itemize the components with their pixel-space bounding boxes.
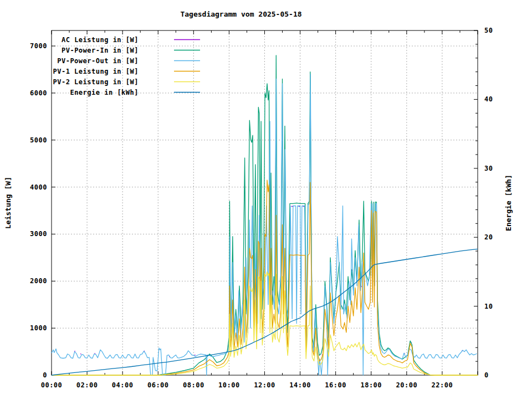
x-tick-label: 14:00 bbox=[289, 381, 311, 389]
x-tick-label: 10:00 bbox=[218, 381, 240, 389]
legend-label: PV-Power-Out in [W] bbox=[57, 57, 139, 65]
y-right-tick-label: 10 bbox=[484, 303, 493, 310]
y-right-tick-label: 50 bbox=[484, 27, 493, 34]
legend-label: PV-1 Leistung in [W] bbox=[53, 68, 139, 75]
y-left-tick-label: 5000 bbox=[30, 136, 47, 144]
y-right-tick-label: 20 bbox=[484, 233, 493, 241]
x-tick-label: 06:00 bbox=[147, 381, 169, 389]
x-tick-label: 18:00 bbox=[360, 381, 382, 389]
series-ac-leistung-in-w- bbox=[95, 354, 96, 354]
y-left-tick-label: 6000 bbox=[30, 89, 47, 97]
x-tick-label: 00:00 bbox=[41, 381, 63, 389]
y-right-tick-label: 40 bbox=[484, 95, 493, 103]
x-tick-label: 02:00 bbox=[76, 381, 98, 389]
x-tick-label: 16:00 bbox=[325, 381, 346, 389]
y-left-tick-label: 0 bbox=[43, 371, 47, 379]
legend-label: PV-Power-In in [W] bbox=[62, 47, 139, 54]
y-left-tick-label: 3000 bbox=[30, 230, 47, 238]
series-ac-leistung-in-w- bbox=[361, 287, 362, 287]
x-tick-label: 20:00 bbox=[396, 381, 418, 389]
legend-label: PV-2 Leistung in [W] bbox=[53, 78, 139, 86]
y-left-tick-label: 1000 bbox=[30, 324, 47, 332]
x-tick-label: 12:00 bbox=[254, 381, 275, 389]
x-tick-label: 22:00 bbox=[432, 381, 453, 389]
y-left-tick-label: 2000 bbox=[30, 277, 47, 285]
chart-canvas: 00:0002:0004:0006:0008:0010:0012:0014:00… bbox=[0, 0, 532, 399]
y-left-tick-label: 4000 bbox=[30, 183, 47, 191]
y-left-tick-label: 7000 bbox=[30, 42, 47, 50]
legend-label: Energie in [kWh] bbox=[70, 89, 139, 96]
x-tick-label: 04:00 bbox=[112, 381, 134, 389]
x-tick-label: 08:00 bbox=[183, 381, 204, 389]
legend-label: AC Leistung in [W] bbox=[62, 36, 139, 44]
y-right-tick-label: 0 bbox=[484, 371, 489, 379]
daily-pv-chart: Tagesdiagramm vom 2025-05-18 Leistung [W… bbox=[0, 0, 532, 399]
y-right-tick-label: 30 bbox=[484, 165, 493, 172]
